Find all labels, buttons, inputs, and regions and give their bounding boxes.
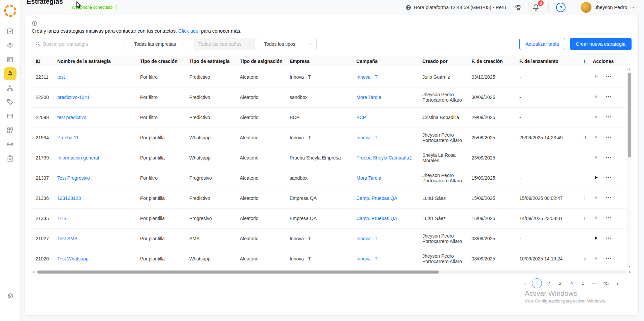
sidebar-item-tasks[interactable]	[4, 152, 17, 165]
pagination-page-5[interactable]: 5	[578, 278, 588, 288]
column-header: Nombre de la estrategia	[53, 56, 136, 67]
scroll-right-icon[interactable]: ►	[629, 271, 632, 274]
scroll-down-icon[interactable]: ▼	[628, 265, 631, 268]
pagination-next[interactable]: ›	[613, 278, 622, 288]
more-options-button[interactable]	[605, 73, 612, 81]
cell-assignment-type: Aleatorio	[236, 148, 286, 168]
play-button[interactable]	[593, 73, 599, 81]
table-row: 21335TESTPor plantillaProgresivoAleatori…	[32, 208, 626, 228]
play-button[interactable]	[593, 114, 599, 121]
strategy-name-link[interactable]: Información general	[57, 155, 99, 160]
vscroll-thumb[interactable]	[628, 73, 631, 157]
play-button[interactable]	[593, 174, 599, 182]
search-input[interactable]	[32, 38, 125, 50]
app-logo-icon[interactable]	[4, 5, 16, 17]
cell-strategy-type: SMS	[185, 228, 236, 249]
topbar: Estrategias Webphone conectado Hora plat…	[21, 0, 644, 15]
campaign-link[interactable]: Camp. Pruebas QA	[356, 195, 397, 201]
cell-actions	[589, 249, 626, 269]
more-options-button[interactable]	[605, 93, 612, 102]
sidebar-item-broadcast[interactable]	[4, 138, 17, 151]
strategy-name-link[interactable]: 123123123	[57, 195, 81, 201]
strategy-name-link[interactable]: predictivo-1041	[57, 95, 90, 100]
sidebar-item-mail[interactable]	[4, 110, 17, 122]
play-button[interactable]	[593, 235, 599, 242]
sidebar-item-strategies[interactable]	[4, 67, 17, 80]
sidebar-item-tags[interactable]	[4, 96, 17, 108]
help-button[interactable]: ?	[556, 3, 566, 12]
hscroll-track[interactable]	[36, 270, 627, 274]
cell-created-date: 15/09/2025	[468, 188, 515, 208]
campaign-link[interactable]: Prueba Sheyla Campaña2	[356, 155, 412, 160]
clipboard-icon	[7, 155, 13, 162]
strategy-name-link[interactable]: Test Progresivo	[57, 175, 90, 181]
vertical-scrollbar[interactable]: ▲ ▼	[627, 67, 632, 269]
refresh-table-button[interactable]: Actualizar tabla	[519, 38, 565, 50]
play-button[interactable]	[593, 94, 599, 101]
sidebar-item-integrations[interactable]	[4, 124, 17, 137]
pagination-page-1[interactable]: 1	[532, 278, 542, 288]
sidebar-item-settings[interactable]	[4, 289, 17, 302]
campaign-link[interactable]: BCP	[356, 115, 366, 120]
more-options-button[interactable]	[605, 194, 612, 203]
strategy-name-link[interactable]: TEST	[57, 216, 69, 221]
cell-clipped: c	[583, 249, 589, 269]
more-options-button[interactable]	[605, 254, 612, 263]
pagination: ‹12345•••45›	[32, 278, 632, 288]
more-options-button[interactable]	[605, 133, 612, 142]
globe-icon	[406, 5, 411, 10]
campaign-link[interactable]: Innova - T	[356, 256, 378, 261]
strategy-name-link[interactable]: Test Whatsapp	[57, 256, 89, 261]
horizontal-scrollbar[interactable]: ◄ ►	[32, 270, 632, 274]
strategy-name-link[interactable]: Test SMS	[57, 236, 77, 241]
webphone-button[interactable]	[513, 2, 523, 12]
scroll-up-icon[interactable]: ▲	[628, 68, 631, 71]
table-row: 21934Prueba 11Por plantillaWhatsappAleat…	[32, 128, 626, 148]
more-options-button[interactable]	[605, 153, 612, 162]
pagination-page-4[interactable]: 4	[567, 278, 576, 288]
sidebar-item-flows[interactable]	[4, 81, 17, 94]
sidebar-item-monitoring[interactable]	[4, 39, 17, 52]
campaign-link[interactable]: Innova - T	[356, 74, 378, 80]
play-button[interactable]	[593, 194, 599, 202]
learn-more-link[interactable]: Click aquí	[178, 28, 200, 34]
cell-creator: Jheyson Pedro Portocarrero Alfaro	[418, 249, 468, 269]
scroll-left-icon[interactable]: ◄	[32, 271, 35, 274]
more-options-button[interactable]	[605, 234, 612, 243]
pagination-ellipsis[interactable]: •••	[590, 278, 599, 288]
more-options-button[interactable]	[605, 113, 612, 122]
cell-name: Test SMS	[53, 228, 136, 249]
play-button[interactable]	[593, 154, 599, 162]
sidebar-item-contacts[interactable]	[4, 53, 17, 66]
campaign-link[interactable]: Mora Tardia	[356, 95, 381, 100]
play-button[interactable]	[593, 215, 599, 222]
strategy-name-link[interactable]: Prueba 11	[57, 135, 79, 140]
user-menu[interactable]: Jheyson Pedro	[581, 2, 635, 13]
cell-strategy-type: Predictivo	[185, 188, 236, 208]
campaign-link[interactable]: Innova - T	[356, 236, 378, 241]
campaign-link[interactable]: Camp. Pruebas QA	[356, 216, 397, 221]
create-strategy-button[interactable]: Crear nueva estrategia	[570, 38, 632, 50]
company-filter-select[interactable]: Todas las empresas	[130, 38, 189, 50]
strategy-name-link[interactable]: test	[57, 74, 65, 80]
notifications-button[interactable]: 8	[531, 2, 541, 12]
play-button[interactable]	[593, 134, 599, 141]
hscroll-thumb[interactable]	[37, 271, 439, 274]
pagination-page-2[interactable]: 2	[544, 278, 553, 288]
strategy-name-link[interactable]: test predictivo	[57, 115, 86, 120]
pagination-prev[interactable]: ‹	[520, 278, 530, 288]
cell-campaign: Innova - T	[352, 249, 418, 269]
campaign-link[interactable]: Innova - T	[356, 135, 378, 140]
campaign-link[interactable]: Mora Tardia	[356, 175, 381, 181]
intro-text: Crea y lanza estrategias masivas para co…	[32, 28, 632, 34]
type-filter-select[interactable]: Todos los tipos	[260, 38, 317, 50]
play-button[interactable]	[593, 255, 599, 262]
sidebar-item-dashboard[interactable]	[4, 25, 17, 38]
pagination-page-3[interactable]: 3	[555, 278, 565, 288]
cell-clipped	[583, 67, 589, 87]
cell-company: Innova - T	[286, 128, 352, 148]
more-options-button[interactable]	[605, 174, 612, 182]
cell-created-date: 15/09/2025	[468, 208, 515, 228]
more-options-button[interactable]	[605, 214, 612, 223]
pagination-page-45[interactable]: 45	[601, 278, 611, 288]
